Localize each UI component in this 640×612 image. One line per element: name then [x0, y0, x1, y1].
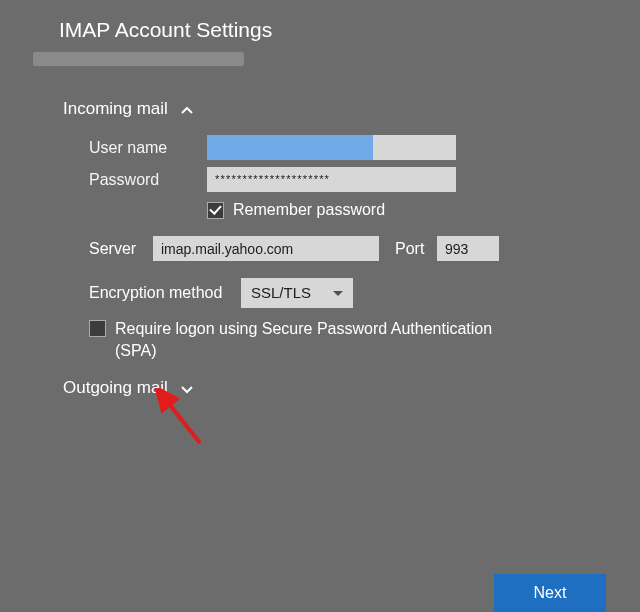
- incoming-mail-header-label: Incoming mail: [63, 99, 168, 118]
- remember-password-label: Remember password: [233, 201, 385, 219]
- remember-password-checkbox[interactable]: [207, 202, 224, 219]
- email-redacted-placeholder: [33, 52, 244, 66]
- outgoing-mail-header-label: Outgoing mail: [63, 378, 168, 397]
- remember-password-row: Remember password: [207, 201, 385, 219]
- chevron-up-icon: [181, 107, 193, 115]
- imap-settings-panel: IMAP Account Settings Incoming mail User…: [0, 0, 640, 612]
- server-label: Server: [89, 240, 153, 258]
- password-label: Password: [89, 171, 207, 189]
- username-row: User name: [89, 135, 456, 160]
- username-input[interactable]: [207, 135, 456, 160]
- password-input[interactable]: *********************: [207, 167, 456, 192]
- encryption-row: Encryption method SSL/TLS: [89, 278, 353, 308]
- encryption-select[interactable]: SSL/TLS: [241, 278, 353, 308]
- spa-checkbox[interactable]: [89, 320, 106, 337]
- next-button[interactable]: Next: [494, 574, 606, 612]
- incoming-mail-section-toggle[interactable]: Incoming mail: [63, 99, 193, 119]
- username-label: User name: [89, 139, 207, 157]
- server-row: Server Port: [89, 236, 499, 261]
- server-input[interactable]: [153, 236, 379, 261]
- port-input[interactable]: [437, 236, 499, 261]
- spa-label: Require logon using Secure Password Auth…: [115, 318, 525, 361]
- encryption-value: SSL/TLS: [251, 284, 311, 301]
- chevron-down-icon: [181, 386, 193, 394]
- password-row: Password *********************: [89, 167, 456, 192]
- svg-line-0: [166, 400, 200, 443]
- chevron-down-icon: [333, 291, 343, 296]
- page-title: IMAP Account Settings: [59, 18, 272, 42]
- username-selection-highlight: [207, 135, 373, 160]
- port-label: Port: [395, 240, 437, 258]
- spa-row: Require logon using Secure Password Auth…: [89, 318, 525, 361]
- encryption-label: Encryption method: [89, 284, 241, 302]
- outgoing-mail-section-toggle[interactable]: Outgoing mail: [63, 378, 193, 398]
